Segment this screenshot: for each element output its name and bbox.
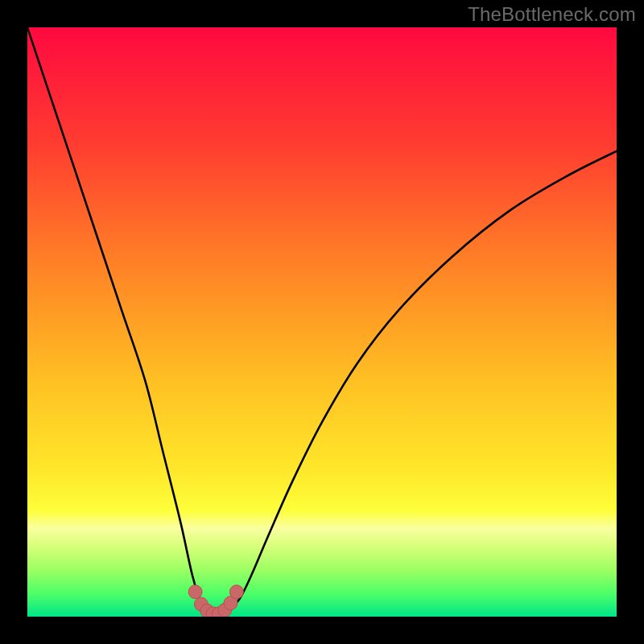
watermark-text: TheBottleneck.com [468, 3, 636, 26]
svg-rect-0 [27, 27, 617, 617]
background-gradient [27, 27, 617, 617]
chart-frame: TheBottleneck.com [0, 0, 644, 644]
plot-area [27, 27, 617, 617]
